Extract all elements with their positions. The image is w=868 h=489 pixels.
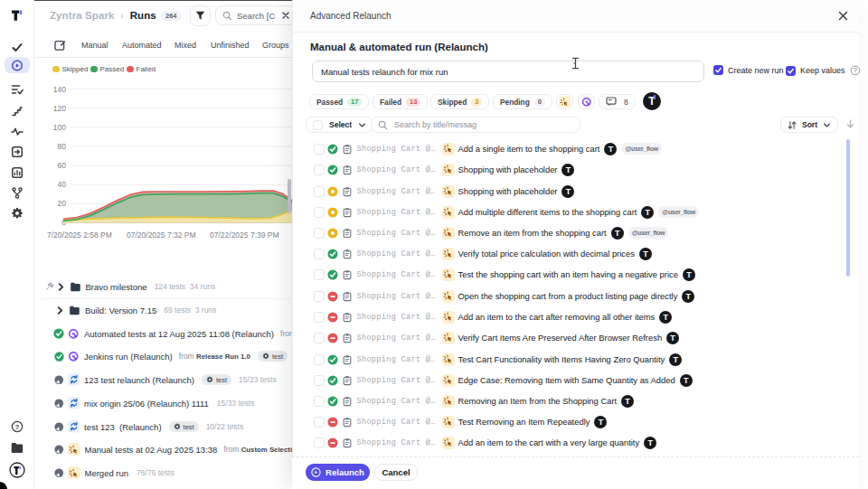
svg-text:7/20/2025 2:58 PM: 7/20/2025 2:58 PM bbox=[47, 230, 112, 240]
svg-text:?: ? bbox=[853, 67, 856, 73]
svg-text:07/20/2025 7:32 PM: 07/20/2025 7:32 PM bbox=[127, 230, 196, 240]
svg-text:100: 100 bbox=[53, 123, 66, 132]
svg-text:07/22/2025 7:39 PM: 07/22/2025 7:39 PM bbox=[210, 230, 279, 240]
svg-text:80: 80 bbox=[58, 142, 67, 151]
svg-text:?: ? bbox=[14, 423, 19, 431]
svg-text:60: 60 bbox=[58, 161, 67, 170]
svg-text:140: 140 bbox=[53, 85, 66, 94]
svg-text:40: 40 bbox=[58, 180, 67, 189]
svg-text:120: 120 bbox=[53, 104, 66, 113]
svg-text:20: 20 bbox=[58, 199, 67, 208]
